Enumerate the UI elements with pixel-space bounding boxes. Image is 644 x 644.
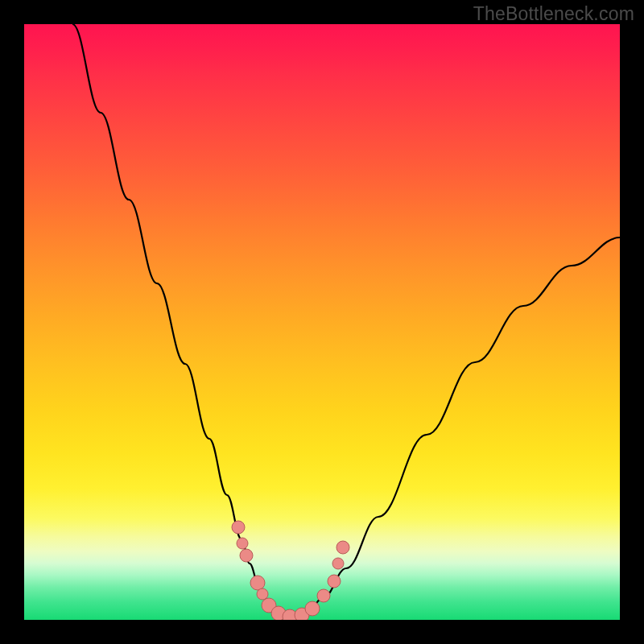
marker-dot <box>305 601 320 616</box>
chart-frame: TheBottleneck.com <box>0 0 644 644</box>
marker-dot <box>257 588 268 600</box>
marker-dot <box>240 549 253 562</box>
marker-dot <box>232 521 245 534</box>
chart-svg <box>24 24 620 620</box>
plot-area <box>24 24 620 620</box>
left-curve <box>72 24 291 617</box>
marker-dot <box>250 576 265 590</box>
data-markers <box>232 521 349 620</box>
marker-dot <box>317 589 330 602</box>
marker-dot <box>332 558 344 569</box>
marker-dot <box>237 538 248 549</box>
watermark-text: TheBottleneck.com <box>473 3 634 25</box>
marker-dot <box>328 575 341 588</box>
marker-dot <box>336 541 349 554</box>
